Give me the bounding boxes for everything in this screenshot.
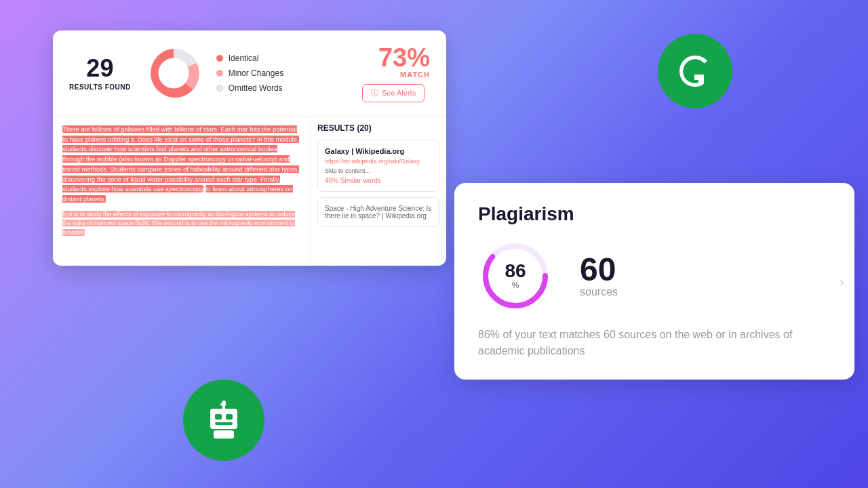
- svg-rect-3: [215, 414, 222, 420]
- minor-dot: [216, 70, 223, 77]
- result-item-1[interactable]: Galaxy | Wikipedia.org https://en.wikipe…: [317, 140, 439, 192]
- legend: Identical Minor Changes Omitted Words: [216, 54, 350, 93]
- results-number: 29: [69, 56, 131, 81]
- omitted-label: Omitted Words: [229, 83, 283, 93]
- results-count-section: 29 RESULTS FOUND: [69, 56, 131, 91]
- see-alerts-label: See Alerts: [382, 89, 416, 97]
- plagiarism-description: 86% of your text matches 60 sources on t…: [478, 327, 831, 359]
- result-1-url: https://en.wikipedia.org/wiki/Galaxy: [325, 158, 432, 165]
- result-1-similarity: 46% Similar words: [325, 177, 432, 184]
- sources-label: sources: [580, 286, 618, 298]
- robot-icon: ✒: [183, 380, 264, 461]
- results-label: RESULTS FOUND: [69, 83, 131, 91]
- match-section: 73% MATCH ⓘ See Alerts: [362, 45, 430, 102]
- result-2-source: Space - High Adventure Science: Is there…: [325, 205, 432, 220]
- see-alerts-button[interactable]: ⓘ See Alerts: [362, 84, 425, 102]
- match-percent: 73%: [362, 45, 430, 70]
- svg-rect-4: [226, 414, 233, 420]
- plagiarism-card: Plagiarism 86 % 60 sources 86% of your t…: [454, 183, 854, 380]
- result-1-skip: Skip to content...: [325, 167, 432, 174]
- circle-percent: 86: [505, 262, 526, 281]
- svg-point-1: [158, 58, 189, 89]
- plagiarism-results-card: 29 RESULTS FOUND Identical: [53, 30, 446, 266]
- legend-identical: Identical: [216, 54, 350, 63]
- plagiarism-stats: 86 % 60 sources: [478, 239, 831, 313]
- svg-rect-5: [215, 422, 233, 425]
- result-item-2[interactable]: Space - High Adventure Science: Is there…: [317, 197, 439, 227]
- results-body: There are billions of galaxies filled wi…: [53, 117, 446, 266]
- highlighted-text-1: There are billions of galaxies filled wi…: [62, 125, 299, 192]
- svg-rect-8: [214, 430, 234, 439]
- identical-dot: [216, 55, 223, 62]
- sources-number: 60: [580, 253, 618, 286]
- results-header: 29 RESULTS FOUND Identical: [53, 30, 446, 117]
- grammarly-icon: [658, 34, 732, 108]
- circle-center: 86 %: [505, 262, 526, 290]
- info-icon: ⓘ: [371, 88, 378, 98]
- plagiarism-circle-chart: 86 %: [478, 239, 553, 313]
- identical-label: Identical: [229, 54, 259, 63]
- plagiarism-title: Plagiarism: [478, 203, 831, 225]
- results-panel: RESULTS (20) Galaxy | Wikipedia.org http…: [311, 117, 446, 266]
- sources-stat: 60 sources: [580, 253, 618, 298]
- result-1-source: Galaxy | Wikipedia.org: [325, 147, 432, 155]
- results-count-title: RESULTS (20): [317, 123, 439, 133]
- minor-label: Minor Changes: [229, 68, 283, 78]
- circle-label: %: [505, 281, 526, 290]
- svg-text:✒: ✒: [220, 399, 228, 410]
- next-arrow-icon[interactable]: ›: [840, 274, 844, 289]
- pie-chart: [143, 43, 204, 104]
- legend-omitted: Omitted Words: [216, 83, 350, 93]
- legend-minor: Minor Changes: [216, 68, 350, 78]
- omitted-dot: [216, 85, 223, 92]
- highlighted-text-3: first is to study the effects of exposur…: [62, 211, 295, 236]
- text-panel: There are billions of galaxies filled wi…: [53, 117, 311, 266]
- svg-rect-2: [210, 409, 237, 429]
